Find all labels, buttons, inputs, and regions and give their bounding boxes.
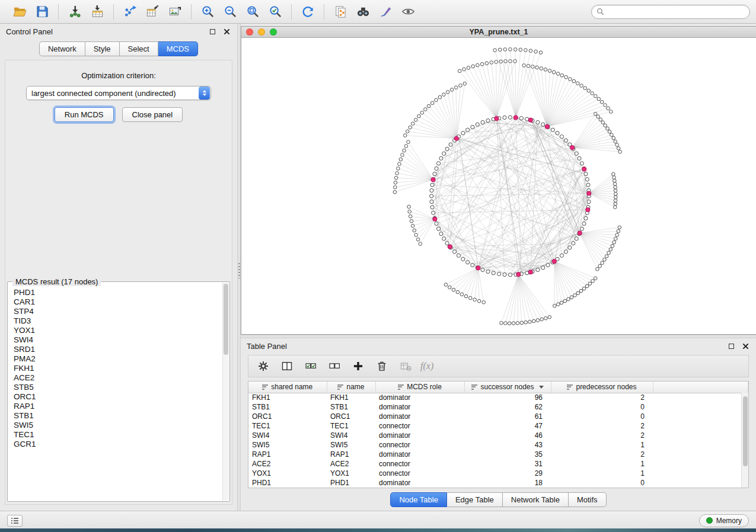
leaf-node[interactable]	[540, 318, 544, 321]
network-node[interactable]	[481, 120, 484, 124]
table-row[interactable]: TEC1TEC1connector472	[248, 421, 748, 431]
leaf-node[interactable]	[500, 321, 503, 325]
network-node[interactable]	[445, 147, 449, 150]
network-node[interactable]	[572, 241, 575, 245]
network-node[interactable]	[430, 194, 433, 198]
close-panel-button[interactable]: Close panel	[122, 107, 183, 122]
leaf-node[interactable]	[610, 110, 613, 114]
leaf-node[interactable]	[612, 172, 615, 176]
leaf-node[interactable]	[540, 67, 543, 70]
leaf-node[interactable]	[613, 206, 617, 209]
leaf-node[interactable]	[411, 224, 414, 227]
mcds-result-item[interactable]: TID3	[14, 316, 229, 326]
tab-edge-table[interactable]: Edge Table	[447, 492, 503, 507]
leaf-node[interactable]	[568, 78, 572, 81]
network-node[interactable]	[580, 227, 583, 230]
leaf-node[interactable]	[539, 51, 543, 55]
leaf-node[interactable]	[394, 185, 397, 189]
mcds-result-item[interactable]: SWI5	[14, 421, 229, 430]
leaf-node[interactable]	[509, 59, 512, 63]
mcds-node[interactable]	[545, 124, 549, 129]
network-node[interactable]	[575, 152, 578, 155]
network-node[interactable]	[437, 227, 441, 230]
network-node[interactable]	[452, 250, 456, 254]
leaf-node[interactable]	[527, 65, 530, 68]
leaf-node[interactable]	[468, 296, 472, 300]
network-node[interactable]	[430, 183, 434, 187]
minimize-window-icon[interactable]	[258, 28, 265, 36]
mcds-node[interactable]	[513, 116, 518, 120]
leaf-node[interactable]	[544, 68, 547, 72]
network-node[interactable]	[471, 125, 474, 129]
leaf-node[interactable]	[452, 288, 455, 291]
close-table-panel-icon[interactable]	[741, 341, 750, 351]
network-node[interactable]	[564, 139, 567, 142]
mcds-node[interactable]	[587, 191, 591, 196]
network-node[interactable]	[437, 162, 441, 165]
leaf-node[interactable]	[576, 291, 580, 295]
leaf-node[interactable]	[604, 124, 607, 127]
zoom-selected-icon[interactable]	[265, 3, 285, 21]
leaf-node[interactable]	[512, 322, 515, 325]
leaf-node[interactable]	[594, 112, 597, 116]
leaf-node[interactable]	[567, 297, 570, 301]
table-settings-gear-icon[interactable]	[254, 358, 272, 374]
import-network-file-icon[interactable]	[65, 3, 85, 21]
leaf-node[interactable]	[460, 293, 464, 296]
leaf-node[interactable]	[591, 280, 595, 283]
leaf-node[interactable]	[513, 48, 517, 52]
leaf-node[interactable]	[513, 60, 517, 63]
network-node[interactable]	[497, 272, 501, 275]
leaf-node[interactable]	[607, 251, 611, 255]
leaf-node[interactable]	[618, 226, 621, 229]
network-node[interactable]	[551, 128, 554, 132]
mcds-result-item[interactable]: PMA2	[14, 354, 229, 364]
network-node[interactable]	[580, 162, 583, 165]
leaf-node[interactable]	[609, 248, 613, 251]
network-node[interactable]	[435, 222, 438, 225]
network-node[interactable]	[578, 156, 581, 160]
mcds-result-item[interactable]: CAR1	[14, 297, 229, 307]
leaf-node[interactable]	[394, 181, 397, 184]
leaf-node[interactable]	[614, 202, 617, 206]
leaf-node[interactable]	[560, 73, 564, 77]
leaf-node[interactable]	[531, 65, 535, 69]
mcds-node[interactable]	[552, 259, 556, 264]
float-panel-icon[interactable]	[208, 27, 217, 36]
leaf-node[interactable]	[588, 282, 592, 286]
mcds-result-item[interactable]: YOX1	[14, 326, 229, 335]
leaf-node[interactable]	[427, 104, 430, 108]
network-node[interactable]	[439, 156, 443, 160]
search-field[interactable]	[591, 5, 750, 19]
leaf-node[interactable]	[548, 69, 551, 73]
leaf-node[interactable]	[503, 48, 507, 52]
network-node[interactable]	[433, 172, 436, 175]
leaf-node[interactable]	[414, 118, 417, 122]
leaf-node[interactable]	[448, 286, 451, 289]
mcds-result-item[interactable]: ORC1	[14, 392, 229, 402]
leaf-node[interactable]	[553, 304, 556, 307]
leaf-node[interactable]	[438, 95, 442, 99]
network-node[interactable]	[442, 237, 446, 241]
leaf-node[interactable]	[504, 60, 508, 63]
mcds-node[interactable]	[528, 270, 532, 274]
leaf-node[interactable]	[614, 237, 617, 241]
network-node[interactable]	[541, 123, 545, 126]
mcds-result-list[interactable]: PHD1CAR1STP4TID3YOX1SWI4SRD1PMA2FKH1ACE2…	[8, 282, 229, 501]
leaf-node[interactable]	[407, 205, 411, 209]
mcds-result-item[interactable]: TEC1	[14, 430, 229, 440]
tab-network-table[interactable]: Network Table	[503, 492, 569, 507]
leaf-node[interactable]	[417, 114, 421, 118]
network-node[interactable]	[432, 211, 435, 214]
zoom-out-icon[interactable]	[220, 3, 240, 21]
network-node[interactable]	[466, 128, 470, 132]
leaf-node[interactable]	[456, 290, 460, 294]
leaf-node[interactable]	[580, 84, 583, 88]
mcds-result-item[interactable]: SRD1	[14, 345, 229, 354]
network-canvas[interactable]	[241, 38, 756, 334]
leaf-node[interactable]	[406, 130, 409, 133]
leaf-node[interactable]	[485, 62, 489, 65]
table-row[interactable]: STB1STB1dominator620	[248, 402, 748, 412]
leaf-node[interactable]	[596, 267, 599, 271]
leaf-node[interactable]	[572, 79, 576, 83]
